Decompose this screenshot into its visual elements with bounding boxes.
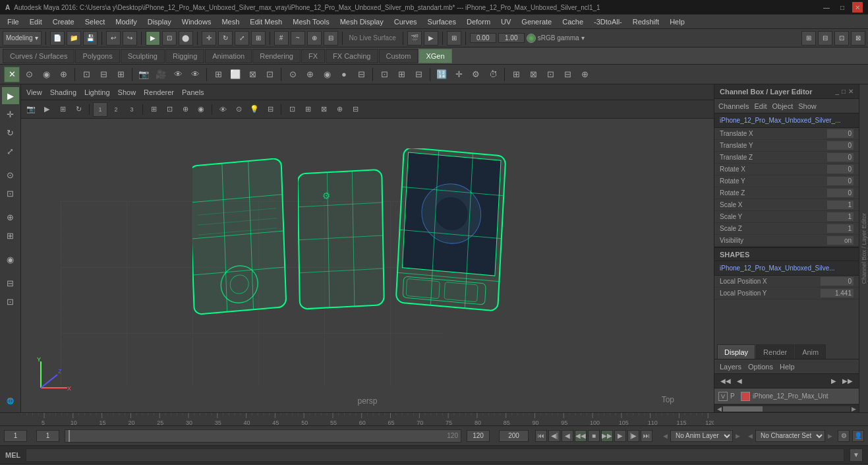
go-end-btn[interactable]: ⏭ (641, 430, 652, 442)
cb-object[interactable]: Object (772, 102, 793, 110)
next-frame-btn[interactable]: ▶ (614, 430, 626, 442)
vp-depth-btn[interactable]: ⊞ (301, 102, 315, 117)
attr-panel-tab[interactable]: Channel Box / Layer Editor (859, 84, 868, 412)
prev-key-btn[interactable]: ◀| (548, 430, 560, 442)
menu-select[interactable]: Select (80, 16, 110, 27)
attr-btn[interactable]: ⚙ (468, 67, 484, 82)
vp-camera-btn[interactable]: 📷 (24, 102, 38, 117)
frame-btn[interactable]: ⊞ (2, 227, 19, 244)
smooth-btn[interactable]: ⬜ (227, 67, 243, 82)
move-btn[interactable]: ✛ (202, 31, 216, 46)
local-pos-y-value[interactable]: 1.441 (821, 289, 854, 297)
cb-minimize-btn[interactable]: _ (835, 88, 839, 95)
new-scene-btn[interactable]: 📄 (50, 31, 65, 46)
char-settings-btn[interactable]: 👤 (852, 430, 864, 442)
ch-translate-x-value[interactable]: 0 (827, 129, 854, 138)
tab-rigging[interactable]: Rigging (165, 49, 204, 63)
snap-point-btn[interactable]: ⊕ (307, 31, 322, 46)
tab-animation[interactable]: Animation (205, 49, 252, 63)
channel-translate-z[interactable]: Translate Z 0 (714, 152, 859, 164)
soft-sel-btn[interactable]: ⊙ (2, 166, 19, 183)
wireframe-btn[interactable]: ⊞ (210, 67, 226, 82)
ch-scale-x-value[interactable]: 1 (827, 201, 854, 209)
menu-cache[interactable]: Cache (558, 16, 588, 27)
manip-btn[interactable]: ✛ (451, 67, 467, 82)
timeline-ruler[interactable]: 5101520253035404550556065707580859095100… (21, 413, 714, 424)
layout-btn3[interactable]: ⊡ (834, 31, 849, 46)
cb-show[interactable]: Show (798, 102, 817, 110)
ao-btn[interactable]: ● (336, 67, 352, 82)
menu-modify[interactable]: Modify (111, 16, 141, 27)
ch-rotate-x-value[interactable]: 0 (827, 165, 854, 173)
menu-create[interactable]: Create (48, 16, 79, 27)
ch-rotate-z-value[interactable]: 0 (827, 189, 854, 197)
layers-menu-options[interactable]: Options (748, 363, 773, 371)
sculpt-btn[interactable]: ⊡ (2, 293, 19, 310)
tab-render[interactable]: Render (756, 344, 794, 359)
display-btn[interactable]: ⊡ (262, 67, 277, 82)
cb-maximize-btn[interactable]: □ (842, 88, 846, 95)
menu-display[interactable]: Display (143, 16, 176, 27)
scroll-thumb[interactable] (723, 406, 763, 412)
range-end-input[interactable] (499, 430, 529, 442)
colorspace-arrow[interactable]: ▾ (581, 34, 585, 42)
tab-anim[interactable]: Anim (795, 344, 826, 359)
vp-aa-btn[interactable]: ⊕ (178, 102, 192, 117)
layout-btn2[interactable]: ⊟ (818, 31, 832, 46)
menu-3dto[interactable]: -3DtoAll- (589, 16, 627, 27)
vp-subdiv-btn[interactable]: 3 (125, 102, 139, 117)
isolate-btn[interactable]: ⊡ (376, 67, 392, 82)
vp-iso-btn[interactable]: ⊠ (316, 102, 331, 117)
cb-channels[interactable]: Channels (718, 102, 749, 110)
lasso-btn[interactable]: ⊡ (162, 31, 177, 46)
local-pos-y[interactable]: Local Position Y 1.441 (714, 288, 859, 299)
transform-btn[interactable]: ⊞ (251, 31, 266, 46)
vp-render-btn[interactable]: ▶ (40, 102, 54, 117)
anim-settings-btn[interactable]: ⚙ (838, 430, 850, 442)
recent-btn[interactable]: ⏱ (485, 67, 501, 82)
end-frame-input[interactable] (467, 430, 490, 442)
snap-view-btn[interactable]: ⊕ (2, 208, 19, 226)
layer-nav-right[interactable]: ▶▶ (840, 377, 855, 385)
channel-rotate-y[interactable]: Rotate Y 0 (714, 175, 859, 187)
local-pos-x[interactable]: Local Position X 0 (714, 276, 859, 288)
anim-layer-select[interactable]: No Anim Layer (670, 430, 733, 442)
vp-menu-renderer[interactable]: Renderer (144, 88, 174, 96)
vp-shadow-btn[interactable]: ⊟ (263, 102, 277, 117)
tab-curves-surfaces[interactable]: Curves / Surfaces (3, 49, 74, 63)
select-hier-btn[interactable]: ⊙ (21, 67, 37, 82)
redo-btn[interactable]: ↪ (123, 31, 137, 46)
menu-deform[interactable]: Deform (462, 16, 495, 27)
layer-scrollbar[interactable]: ◀ ▶ (714, 404, 859, 412)
menu-edit[interactable]: Edit (25, 16, 47, 27)
layer-nav-left[interactable]: ◀◀ (718, 377, 733, 385)
tab-rendering[interactable]: Rendering (252, 49, 301, 63)
layer-color-swatch[interactable] (741, 392, 750, 401)
vp-light2-btn[interactable]: 💡 (247, 102, 262, 117)
lasso-tool-btn[interactable]: ⊡ (2, 185, 19, 202)
ch-scale-z-value[interactable]: 1 (827, 224, 854, 233)
bb-btn[interactable]: ⊟ (411, 67, 426, 82)
layer-nav-prev[interactable]: ◀ (735, 377, 744, 385)
next-key-btn[interactable]: |▶ (627, 430, 639, 442)
current-frame-input1[interactable] (36, 430, 59, 442)
shadow-btn[interactable]: ◉ (319, 67, 335, 82)
xgen-btn3[interactable]: ⊡ (542, 67, 558, 82)
snap-curve-btn[interactable]: ~ (291, 31, 305, 46)
ipr-btn[interactable]: ▶ (424, 31, 438, 46)
vp-loop-btn[interactable]: ↻ (71, 102, 86, 117)
colorspace-label[interactable]: sRGB gamma (538, 34, 579, 42)
scale-tool-btn[interactable]: ⤢ (2, 142, 19, 160)
channel-visibility[interactable]: Visibility on (714, 235, 859, 247)
menu-generate[interactable]: Generate (517, 16, 556, 27)
tab-display[interactable]: Display (717, 344, 755, 359)
vp-menu-show[interactable]: Show (118, 88, 136, 96)
layers-menu-help[interactable]: Help (780, 363, 795, 371)
scroll-track[interactable] (723, 406, 850, 412)
vp-env-btn[interactable]: ⊟ (348, 102, 362, 117)
vp-vis-btn[interactable]: 👁 (216, 102, 230, 117)
viewport-canvas[interactable]: ⚙ (21, 119, 714, 412)
rotate-tool-btn[interactable]: ↻ (2, 124, 19, 141)
vp-menu-lighting[interactable]: Lighting (84, 88, 110, 96)
play-back-btn[interactable]: ◀◀ (575, 430, 587, 442)
